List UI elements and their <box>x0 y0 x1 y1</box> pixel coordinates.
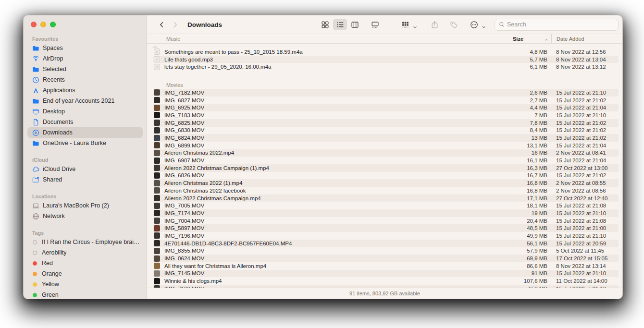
file-row[interactable]: Aileron Christmas 2022 facebook 16,8 MB … <box>153 187 619 194</box>
tag-color-dot <box>33 293 37 297</box>
file-row[interactable]: IMG_6907.MOV 16,1 MB 15 Jul 2022 at 21:0… <box>153 157 619 164</box>
file-thumbnail-icon <box>154 172 160 179</box>
sidebar-item-icon <box>32 44 39 52</box>
file-row[interactable]: IMG_7182.MOV 2,6 MB 15 Jul 2022 at 21:10 <box>153 89 619 97</box>
group-by-button[interactable] <box>398 19 412 30</box>
sidebar-item[interactable]: Documents <box>27 117 143 127</box>
sidebar-item[interactable]: Applications <box>27 85 143 96</box>
tag-button[interactable] <box>447 19 460 30</box>
sidebar: Favourites Spaces AirDrop Selected <box>24 15 147 299</box>
date-header-label: Date Added <box>557 36 584 42</box>
sidebar-section-tags: Tags <box>27 230 143 237</box>
sidebar-item-icon <box>32 129 39 136</box>
sidebar-item[interactable]: Network <box>27 211 143 221</box>
gallery-view-button[interactable] <box>368 19 382 30</box>
window-title: Downloads <box>187 21 222 28</box>
file-row[interactable]: IMG_8355.MOV 57,9 MB 5 Oct 2022 at 11:45 <box>153 247 619 255</box>
list-view-button[interactable] <box>333 19 347 30</box>
divider <box>365 21 365 28</box>
more-actions-button[interactable] <box>467 19 481 30</box>
file-name: IMG_6826.MOV <box>164 172 501 178</box>
file-size: 56,1 MB <box>501 241 551 246</box>
sidebar-item-label: Spaces <box>43 45 63 51</box>
file-date-added: 15 Jul 2022 at 21:00 <box>551 225 619 231</box>
file-row[interactable]: IMG_0624.MOV 69,9 MB 17 Oct 2022 at 15:0… <box>153 255 619 262</box>
file-row[interactable]: Aileron 2022 Christmas Campaign.mp4 17,1… <box>153 194 619 202</box>
column-header-size[interactable]: Size <box>513 36 551 42</box>
sidebar-item[interactable]: Downloads <box>27 127 143 138</box>
back-button[interactable] <box>156 19 167 30</box>
file-row[interactable]: Aileron Christmas 2022.mp4 16 MB 2 Nov 2… <box>153 149 619 157</box>
file-row[interactable]: IMG_6925.MOV 4,4 MB 15 Jul 2022 at 21:04 <box>153 104 619 111</box>
file-row[interactable]: Life thats good.mp3 5,7 MB 8 Nov 2022 at… <box>153 56 619 63</box>
column-view-button[interactable] <box>348 19 362 30</box>
file-name: IMG_7145.MOV <box>164 270 501 276</box>
sidebar-item-icon <box>32 76 39 84</box>
movies-rows: IMG_7182.MOV 2,6 MB 15 Jul 2022 at 21:10… <box>147 89 622 288</box>
file-thumbnail-icon <box>154 49 160 55</box>
file-date-added: 15 Jul 2022 at 21:02 <box>551 120 619 126</box>
column-header-date[interactable]: Date Added <box>551 34 619 43</box>
share-icon <box>431 21 439 29</box>
search-input[interactable] <box>507 21 614 28</box>
file-row[interactable]: IMG_6827.MOV 2,7 MB 15 Jul 2022 at 21:02 <box>153 97 619 104</box>
file-row[interactable]: IMG_6830.MOV 8,4 MB 15 Jul 2022 at 21:02 <box>153 127 619 134</box>
file-row[interactable]: IMG_6899.MOV 13,1 MB 15 Jul 2022 at 21:0… <box>153 142 619 149</box>
file-name: IMG_7183.MOV <box>164 112 501 118</box>
file-row[interactable]: IMG_7005.MOV 18,1 MB 15 Jul 2022 at 21:0… <box>153 202 619 209</box>
file-row[interactable]: All they want for Christmas is Aileron.m… <box>153 262 619 270</box>
file-name: IMG_6899.MOV <box>164 143 501 148</box>
sidebar-tag-item[interactable]: Green <box>27 290 143 299</box>
tag-label: Orange <box>42 270 62 277</box>
search-field[interactable] <box>495 19 619 31</box>
sidebar-item[interactable]: End of year Accounts 2021 <box>27 96 143 106</box>
file-row[interactable]: IMG_7196.MOV 49,9 MB 15 Jul 2022 at 21:1… <box>153 232 619 240</box>
file-row[interactable]: IMG_6826.MOV 16,7 MB 15 Jul 2022 at 21:0… <box>153 172 619 180</box>
file-name: Winnie & his clogs.mp4 <box>164 278 501 284</box>
sidebar-tag-item[interactable]: Orange <box>27 268 143 279</box>
file-row[interactable]: lets stay together - 29_05_2020, 16.00.m… <box>153 63 619 71</box>
sidebar-tag-item[interactable]: Red <box>27 258 143 268</box>
file-date-added: 5 Oct 2022 at 11:45 <box>551 248 619 254</box>
file-list[interactable]: Somethings are meant to pass - 25_10_201… <box>147 44 622 288</box>
file-date-added: 8 Nov 2022 at 13:14 <box>551 263 619 269</box>
file-row[interactable]: IMG_5897.MOV 48,5 MB 15 Jul 2022 at 21:0… <box>153 224 619 232</box>
file-row[interactable]: IMG_6825.MOV 7,8 MB 15 Jul 2022 at 21:02 <box>153 119 619 127</box>
icon-view-button[interactable] <box>318 19 332 30</box>
sidebar-tag-item[interactable]: Yellow <box>27 279 143 290</box>
sidebar-item[interactable]: Shared <box>27 174 143 185</box>
file-row[interactable]: IMG_7004.MOV 20,4 MB 15 Jul 2022 at 21:0… <box>153 217 619 225</box>
minimize-button[interactable] <box>40 22 46 27</box>
file-row[interactable]: IMG_7190.MOV 150 MB 15 Jul 2022 at 21:10 <box>153 285 619 288</box>
sidebar-item-label: Shared <box>43 176 62 183</box>
zoom-button[interactable] <box>50 22 56 27</box>
file-row[interactable]: IMG_6824.MOV 13 MB 15 Jul 2022 at 21:02 <box>153 134 619 142</box>
sidebar-item[interactable]: Desktop <box>27 106 143 117</box>
file-row[interactable]: Winnie & his clogs.mp4 107,6 MB 11 Oct 2… <box>153 277 619 285</box>
file-date-added: 11 Oct 2022 at 14:00 <box>551 278 619 284</box>
file-row[interactable]: Aileron 2022 Christmas Campaign (1).mp4 … <box>153 164 619 172</box>
forward-button[interactable] <box>169 19 181 30</box>
sidebar-item[interactable]: AirDrop <box>27 53 143 64</box>
sidebar-item-icon <box>32 165 39 173</box>
close-button[interactable] <box>31 22 37 27</box>
sidebar-item[interactable]: iCloud Drive <box>27 164 143 174</box>
file-row[interactable]: IMG_7183.MOV 7 MB 15 Jul 2022 at 21:10 <box>153 111 619 119</box>
sidebar-item[interactable]: Laura's MacBook Pro (2) <box>27 200 143 211</box>
sidebar-item[interactable]: Selected <box>27 64 143 74</box>
file-row[interactable]: IMG_7174.MOV 19 MB 15 Jul 2022 at 21:10 <box>153 209 619 217</box>
sidebar-item-icon <box>32 65 39 73</box>
share-button[interactable] <box>428 19 441 30</box>
file-row[interactable]: Aileron Christmas 2022 (1).mp4 16,8 MB 2… <box>153 179 619 187</box>
sidebar-item[interactable]: Spaces <box>27 43 143 53</box>
file-row[interactable]: IMG_7145.MOV 91 MB 15 Jul 2022 at 21:10 <box>153 270 619 278</box>
sidebar-item-label: Documents <box>43 119 73 125</box>
file-row[interactable]: Somethings are meant to pass - 25_10_201… <box>153 48 619 56</box>
sidebar-item-icon <box>32 139 39 147</box>
file-name: IMG_7182.MOV <box>164 90 501 96</box>
sidebar-item[interactable]: OneDrive - Laura Burke <box>27 138 143 148</box>
sidebar-tag-item[interactable]: If I Ran the Circus - Employee brainstor… <box>27 237 143 247</box>
sidebar-tag-item[interactable]: Aerobility <box>27 247 143 258</box>
file-row[interactable]: 4E701446-DB1D-4BC3-8DF2-BC957FE60E04.MP4… <box>153 240 619 247</box>
sidebar-item[interactable]: Recents <box>27 74 143 85</box>
